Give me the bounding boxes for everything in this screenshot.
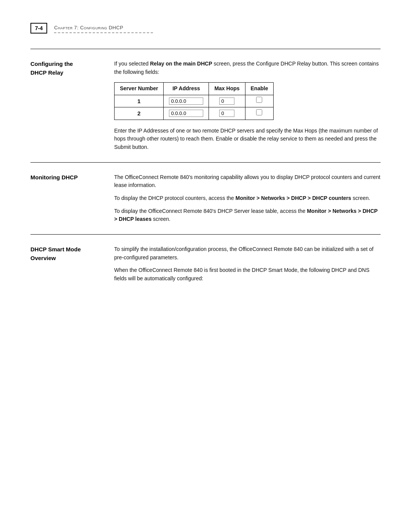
section-content-smart-mode: To simplify the installation/configurati… — [114, 245, 381, 283]
monitoring-bold-1: Monitor > Networks > DHCP > DHCP counter… — [236, 195, 351, 201]
chapter-title: Chapter 7: Configuring DHCP — [54, 23, 153, 30]
col-header-enable: Enable — [245, 83, 274, 95]
ip-address-cell-1[interactable] — [164, 95, 209, 107]
max-hops-cell-2[interactable] — [209, 107, 245, 120]
monitoring-para2: To display the DHCP protocol counters, a… — [114, 194, 381, 203]
ip-address-input-2[interactable] — [169, 110, 203, 117]
ip-address-input-1[interactable] — [169, 97, 203, 105]
monitoring-para3: To display the OfficeConnect Remote 840'… — [114, 207, 381, 224]
server-number-1: 1 — [115, 95, 164, 107]
ip-address-cell-2[interactable] — [164, 107, 209, 120]
relay-footer-text: Enter the IP Addresses of one or two rem… — [114, 127, 381, 152]
page-number: 7-4 — [30, 23, 47, 34]
page: 7-4 Chapter 7: Configuring DHCP Configur… — [0, 0, 411, 532]
section-label-smart-mode: DHCP Smart Mode Overview — [30, 245, 114, 283]
page-header: 7-4 Chapter 7: Configuring DHCP — [30, 23, 381, 37]
enable-cell-2[interactable] — [245, 107, 274, 120]
enable-checkbox-1[interactable] — [256, 97, 262, 103]
section-dhcp-smart-mode: DHCP Smart Mode Overview To simplify the… — [30, 235, 381, 294]
table-row: 1 — [115, 95, 274, 107]
max-hops-input-1[interactable] — [219, 97, 234, 105]
max-hops-cell-1[interactable] — [209, 95, 245, 107]
enable-checkbox-2[interactable] — [256, 109, 262, 115]
relay-intro-text: If you selected Relay on the main DHCP s… — [114, 60, 381, 76]
smart-mode-para2: When the OfficeConnect Remote 840 is fir… — [114, 266, 381, 283]
section-label-monitoring: Monitoring DHCP — [30, 173, 114, 224]
server-number-2: 2 — [115, 107, 164, 120]
col-header-server-number: Server Number — [115, 83, 164, 95]
monitoring-para1: The OfficeConnect Remote 840's monitorin… — [114, 173, 381, 190]
section-content-monitoring: The OfficeConnect Remote 840's monitorin… — [114, 173, 381, 224]
table-row: 2 — [115, 107, 274, 120]
smart-mode-para1: To simplify the installation/configurati… — [114, 245, 381, 262]
section-monitoring-dhcp: Monitoring DHCP The OfficeConnect Remote… — [30, 163, 381, 235]
section-configuring-dhcp-relay: Configuring the DHCP Relay If you select… — [30, 49, 381, 163]
col-header-max-hops: Max Hops — [209, 83, 245, 95]
monitoring-bold-2: Monitor > Networks > DHCP > DHCP leases — [114, 208, 378, 222]
enable-cell-1[interactable] — [245, 95, 274, 107]
col-header-ip-address: IP Address — [164, 83, 209, 95]
relay-bold-relay: Relay on the main DHCP — [150, 61, 212, 67]
relay-table: Server Number IP Address Max Hops Enable… — [114, 82, 274, 120]
relay-table-wrapper: Server Number IP Address Max Hops Enable… — [114, 82, 381, 120]
section-label-dhcp-relay: Configuring the DHCP Relay — [30, 60, 114, 152]
max-hops-input-2[interactable] — [219, 110, 234, 117]
section-content-dhcp-relay: If you selected Relay on the main DHCP s… — [114, 60, 381, 152]
